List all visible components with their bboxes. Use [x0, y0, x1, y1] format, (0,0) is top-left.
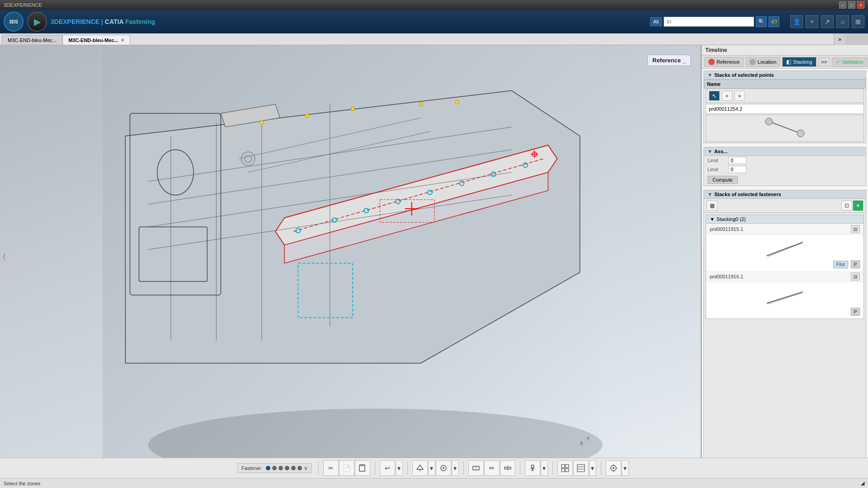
reference-entry[interactable]: prd00011254.2 [706, 104, 864, 114]
fastener-dots-expand[interactable]: ∨ [304, 465, 308, 471]
pan-tool[interactable] [436, 460, 451, 476]
extra-icon [609, 464, 618, 472]
app-title: 3DEXPERIENCE | CATIA Fastening [51, 18, 155, 25]
fastener-dot-2[interactable] [278, 466, 283, 470]
timeline-tab-reference[interactable]: Reference [704, 57, 744, 67]
status-text: Select the zones [4, 481, 40, 486]
limit1-label: Limit [708, 158, 726, 163]
fastener-dot-1[interactable] [272, 466, 277, 470]
limit1-value: 0 [728, 157, 746, 164]
minimize-button[interactable]: − [839, 1, 846, 9]
delete-ref-button[interactable]: × [734, 91, 745, 101]
svg-line-45 [769, 122, 801, 133]
fastener-selector: Fastener ∨ [237, 463, 311, 473]
close-button[interactable]: × [857, 1, 864, 9]
add-ref-button[interactable]: + [722, 91, 732, 101]
select-ref-button[interactable]: ↖ [709, 91, 720, 101]
display-icon-1 [561, 464, 569, 472]
fastener-item-2[interactable]: prd00011916.1 ⊡ [706, 271, 863, 282]
svg-point-26 [305, 114, 309, 117]
stacking-collapse-icon[interactable]: ▼ [710, 216, 715, 222]
paste-tool-button[interactable] [355, 460, 370, 476]
add-icon-button[interactable]: ＋ [806, 15, 818, 28]
fastener-dot-4[interactable] [291, 466, 296, 470]
svg-point-27 [351, 107, 354, 111]
svg-rect-69 [561, 469, 565, 472]
share-icon-button[interactable]: ↗ [821, 15, 834, 28]
undo-button[interactable]: ↩ [380, 460, 395, 476]
toolbar-separator-4 [463, 461, 464, 475]
app-experience: EXPERIENCE [59, 18, 99, 25]
timeline-arrow-button[interactable]: >> [818, 57, 830, 66]
stacking-group-header: ▼ Stacking0 (2) [706, 215, 863, 224]
display-expand[interactable]: ▾ [589, 460, 596, 476]
display-tool-1[interactable] [557, 460, 573, 476]
search-button[interactable]: 🔍 [756, 16, 767, 27]
cad-model-view: X Y [0, 45, 701, 468]
tool-group-undo: ↩ ▾ [380, 460, 403, 476]
timeline-tab-location[interactable]: Location [745, 57, 781, 67]
fastener-dot-5[interactable] [297, 466, 302, 470]
stacks-points-collapse[interactable]: ▼ [708, 72, 712, 78]
toolbar-separator-7 [601, 461, 601, 475]
tab-1-close[interactable]: × [121, 37, 124, 43]
timeline-panel: Timeline Reference Location ◧ Stacking >… [701, 45, 868, 468]
view-tool-1[interactable] [412, 460, 428, 476]
svg-line-48 [767, 242, 803, 256]
view-tool-expand[interactable]: ▾ [428, 460, 435, 476]
stacking-group-0: ▼ Stacking0 (2) prd00011915.1 ⊡ Pil [706, 215, 864, 319]
fastener-2-action[interactable]: ⊡ [851, 272, 860, 281]
extra-tool[interactable] [606, 460, 621, 476]
draw-tool[interactable]: ✏ [484, 460, 500, 476]
svg-line-51 [768, 293, 802, 304]
fastener-dot-0[interactable] [266, 466, 270, 470]
svg-text:Y: Y [587, 436, 590, 441]
home-icon-button[interactable]: ⌂ [836, 15, 849, 28]
timeline-tab-stacking[interactable]: ◧ Stacking [782, 57, 816, 67]
stacks-fasteners-collapse[interactable]: ▼ [708, 192, 712, 197]
stacking-tab-label: Stacking [793, 59, 812, 65]
svg-rect-53 [361, 465, 363, 466]
svg-rect-67 [561, 465, 565, 468]
search-category-select[interactable]: All [650, 17, 662, 26]
bookmark-button[interactable]: 🏷 [769, 16, 779, 27]
fastener-1-action[interactable]: ⊡ [851, 225, 860, 233]
tool-group-section: ✏ [468, 460, 515, 476]
view-tool-expand2[interactable]: ▾ [452, 460, 459, 476]
tab-1[interactable]: M3C-END-bleu-Mec... × [62, 35, 130, 45]
section-tool[interactable] [468, 460, 484, 476]
fastener-dot-3[interactable] [285, 466, 289, 470]
fastener-2-badge: P [851, 308, 860, 316]
maximize-button[interactable]: □ [848, 1, 855, 9]
tab-0[interactable]: M3C-END-bleu-Mec... [2, 35, 62, 45]
search-input[interactable] [664, 17, 754, 27]
measure-tool[interactable] [500, 460, 515, 476]
app-title-text: 3DEXPERIENCE [4, 2, 42, 8]
select-tool-button[interactable]: ✂ [323, 460, 339, 476]
display-tool-2[interactable] [573, 460, 589, 476]
compute-button[interactable]: Compute [708, 176, 738, 184]
extra-expand[interactable]: ▾ [622, 460, 629, 476]
play-button[interactable]: ▶ [27, 12, 47, 32]
grid-icon-button[interactable]: ⊞ [852, 15, 864, 28]
undo-expand-button[interactable]: ▾ [396, 460, 403, 476]
status-resize[interactable]: ◢ [861, 480, 864, 486]
reference-preview [706, 115, 864, 142]
3d-viewport[interactable]: X Y 〈 [0, 45, 701, 468]
robot-tool[interactable] [525, 460, 540, 476]
location-tab-icon [750, 59, 756, 65]
fastener-1-id: prd00011915.1 [710, 226, 743, 232]
fasteners-select-button[interactable]: ▦ [707, 201, 717, 211]
fastener-item-1[interactable]: prd00011915.1 ⊡ [706, 224, 863, 235]
ass-collapse[interactable]: ▼ [708, 149, 712, 154]
file-tool-button[interactable]: 📄 [339, 460, 354, 476]
p-badge-1: P [851, 260, 860, 268]
validation-button[interactable]: ✓ Validation [832, 57, 868, 67]
user-icon-button[interactable]: 👤 [790, 15, 803, 28]
robot-tool-expand[interactable]: ▾ [541, 460, 548, 476]
fastener-add-button[interactable]: + [853, 201, 863, 211]
viewport-expand-arrow[interactable]: 〈 [0, 248, 8, 266]
fastener-selector-label: Fastener [241, 465, 261, 471]
tab-expand-button[interactable]: » [834, 33, 845, 45]
fastener-expand-button[interactable]: ⊡ [841, 201, 852, 211]
